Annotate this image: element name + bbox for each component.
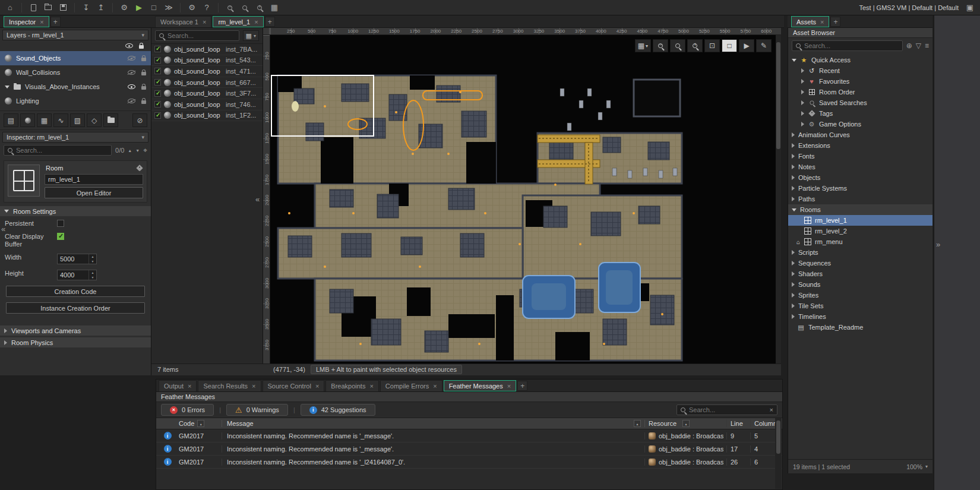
clear-display-checkbox[interactable] bbox=[57, 233, 64, 240]
tab-search-results[interactable]: Search Results× bbox=[198, 380, 261, 391]
persistent-checkbox[interactable] bbox=[57, 220, 64, 227]
close-tab-icon[interactable]: × bbox=[369, 382, 373, 390]
close-tab-icon[interactable]: × bbox=[254, 18, 258, 26]
filter-icon[interactable]: ▽ bbox=[916, 42, 921, 50]
search-next-icon[interactable]: ▼ bbox=[135, 148, 140, 153]
assets-zoom-select[interactable]: 100%▾ bbox=[906, 463, 928, 470]
lock-all-icon[interactable] bbox=[139, 45, 144, 49]
add-folder-button[interactable] bbox=[103, 113, 118, 127]
canvas-vertical-scrollbar[interactable] bbox=[776, 35, 781, 363]
sort-message-button[interactable]: ▴ bbox=[634, 420, 641, 427]
close-tab-icon[interactable]: × bbox=[252, 382, 255, 390]
creation-code-button[interactable]: Creation Code bbox=[6, 286, 145, 297]
warnings-filter-button[interactable]: ⚠0 Warnings bbox=[226, 404, 288, 416]
tree-item-rooms[interactable]: Rooms bbox=[788, 204, 932, 215]
new-project-icon[interactable] bbox=[28, 2, 39, 13]
visibility-icon[interactable] bbox=[128, 99, 135, 103]
section-room-physics[interactable]: Room Physics bbox=[0, 337, 151, 347]
export-resources-icon[interactable]: ↥ bbox=[96, 2, 106, 13]
sort-resource-button[interactable]: ▴ bbox=[682, 420, 690, 427]
target-manager-icon[interactable]: ▣ bbox=[965, 2, 975, 13]
add-tab-button[interactable]: + bbox=[265, 17, 275, 27]
expand-icon[interactable] bbox=[792, 154, 795, 159]
feather-search-input[interactable] bbox=[689, 406, 766, 413]
tab-compile-errors[interactable]: Compile Errors× bbox=[380, 380, 442, 391]
run-button-icon[interactable]: ▶ bbox=[134, 2, 144, 13]
messages-scrollbar[interactable] bbox=[775, 418, 782, 489]
play-animation-button[interactable]: ▶ bbox=[739, 39, 754, 52]
add-background-layer-button[interactable]: ▤ bbox=[4, 113, 18, 127]
scrollbar-thumb[interactable] bbox=[776, 421, 780, 454]
expand-icon[interactable] bbox=[792, 304, 795, 308]
expand-icon[interactable] bbox=[792, 314, 795, 319]
tree-item-saved-searches[interactable]: Saved Searches bbox=[788, 97, 932, 108]
add-path-layer-button[interactable]: ∿ bbox=[53, 113, 68, 127]
instance-checkbox[interactable] bbox=[154, 79, 161, 86]
instance-row[interactable]: obj_sound_loopinst_7BA... bbox=[151, 44, 263, 55]
expand-right-dock-button[interactable]: » bbox=[936, 240, 940, 249]
tab-breakpoints[interactable]: Breakpoints× bbox=[325, 380, 379, 391]
expand-icon[interactable] bbox=[801, 100, 804, 105]
instance-checkbox[interactable] bbox=[154, 46, 161, 52]
instances-search-input[interactable] bbox=[167, 32, 235, 39]
tree-item-sounds[interactable]: Sounds bbox=[788, 279, 932, 290]
close-tab-icon[interactable]: × bbox=[433, 382, 437, 390]
tree-item-sequences[interactable]: Sequences bbox=[788, 258, 932, 268]
expand-icon[interactable] bbox=[801, 122, 804, 127]
close-tab-icon[interactable]: × bbox=[40, 18, 43, 26]
errors-filter-button[interactable]: 0 Errors bbox=[161, 404, 214, 416]
tree-item-tags[interactable]: Tags bbox=[788, 108, 932, 119]
expand-icon[interactable] bbox=[792, 250, 795, 255]
instance-checkbox[interactable] bbox=[154, 90, 161, 97]
instance-checkbox[interactable] bbox=[154, 112, 161, 119]
close-tab-icon[interactable]: × bbox=[203, 18, 206, 26]
layer-row-lighting[interactable]: Lighting bbox=[0, 94, 151, 108]
tree-item-sprites[interactable]: Sprites bbox=[788, 290, 932, 301]
expand-icon[interactable] bbox=[792, 175, 795, 180]
message-row[interactable]: GM2017 Inconsistent naming. Recommended … bbox=[156, 456, 782, 469]
tree-item-rm-menu[interactable]: ⌂rm_menu bbox=[788, 236, 932, 247]
add-tab-button[interactable]: + bbox=[50, 17, 61, 27]
tab-feather-messages[interactable]: Feather Messages× bbox=[444, 380, 517, 391]
close-tab-icon[interactable]: × bbox=[820, 18, 824, 26]
tag-icon[interactable] bbox=[136, 165, 143, 171]
save-project-icon[interactable] bbox=[58, 2, 68, 13]
help-icon[interactable]: ? bbox=[201, 2, 212, 13]
tree-item-paths[interactable]: Paths bbox=[788, 194, 932, 204]
zoom-reset-icon[interactable] bbox=[239, 2, 250, 13]
zoom-fit-button[interactable]: ⊡ bbox=[704, 39, 720, 52]
section-room-settings[interactable]: Room Settings bbox=[0, 206, 151, 216]
collapse-icon[interactable] bbox=[792, 208, 796, 211]
expand-icon[interactable] bbox=[792, 293, 795, 298]
clear-search-icon[interactable]: × bbox=[770, 406, 773, 413]
height-input[interactable] bbox=[58, 270, 88, 280]
lock-icon[interactable] bbox=[141, 86, 146, 90]
lock-icon[interactable] bbox=[141, 72, 146, 75]
tab-source-control[interactable]: Source Control× bbox=[263, 380, 325, 391]
close-tab-icon[interactable]: × bbox=[315, 382, 319, 390]
paint-mode-button[interactable]: ✎ bbox=[756, 39, 772, 52]
suggestions-filter-button[interactable]: 42 Suggestions bbox=[301, 404, 375, 416]
menu-icon[interactable]: ≡ bbox=[925, 42, 929, 50]
show-frame-button[interactable]: □ bbox=[722, 39, 737, 52]
width-input[interactable] bbox=[58, 254, 88, 264]
tab-assets[interactable]: Assets × bbox=[791, 16, 829, 27]
expand-icon[interactable] bbox=[792, 271, 795, 276]
visibility-icon[interactable] bbox=[128, 56, 135, 61]
instance-row[interactable]: obj_sound_loopinst_667... bbox=[151, 77, 263, 88]
tree-item-game-options[interactable]: ⚙Game Options bbox=[788, 119, 932, 129]
message-row[interactable]: GM2017 Inconsistent naming. Recommended … bbox=[156, 442, 782, 456]
add-asset-icon[interactable]: ⊕ bbox=[906, 42, 912, 50]
tree-item-timelines[interactable]: Timelines bbox=[788, 311, 932, 322]
expand-icon[interactable] bbox=[792, 143, 795, 148]
tree-item-fonts[interactable]: Fonts bbox=[788, 151, 932, 162]
open-editor-button[interactable]: Open Editor bbox=[45, 187, 143, 198]
step-down-icon[interactable]: ▼ bbox=[89, 259, 96, 264]
pin-icon[interactable]: ⌖ bbox=[143, 146, 147, 154]
inspector-search-input[interactable] bbox=[16, 147, 108, 154]
close-tab-icon[interactable]: × bbox=[507, 382, 511, 390]
instance-checkbox[interactable] bbox=[154, 68, 161, 74]
tree-item-favourites[interactable]: ♥Favourites bbox=[788, 76, 932, 87]
expand-icon[interactable] bbox=[792, 261, 795, 265]
expand-icon[interactable] bbox=[792, 186, 795, 191]
